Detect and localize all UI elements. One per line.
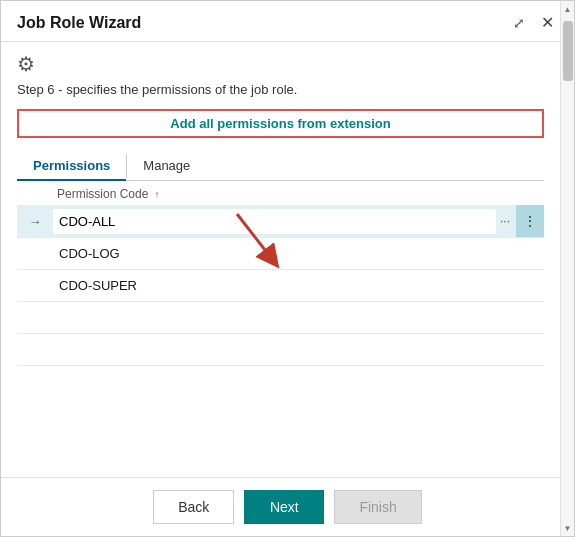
scroll-down-arrow[interactable]: ▼ xyxy=(561,520,574,536)
ellipsis-icon[interactable]: ··· xyxy=(496,212,514,230)
scrollbar-thumb[interactable] xyxy=(563,21,573,81)
table-header: Permission Code ↑ xyxy=(17,181,544,205)
add-permissions-button[interactable]: Add all permissions from extension xyxy=(17,109,544,138)
tab-permissions[interactable]: Permissions xyxy=(17,152,126,181)
dialog-body: ⚙ Step 6 - specifies the permissions of … xyxy=(1,42,574,477)
sort-asc-icon: ↑ xyxy=(154,189,159,200)
table-row[interactable]: CDO-LOG xyxy=(17,238,544,270)
permission-code-input[interactable] xyxy=(59,214,490,229)
next-button[interactable]: Next xyxy=(244,490,324,524)
expand-icon: ⤢ xyxy=(513,15,525,31)
step-description: Step 6 - specifies the permissions of th… xyxy=(17,82,544,97)
dialog-title: Job Role Wizard xyxy=(17,14,141,32)
job-role-wizard-dialog: ▲ ▼ Job Role Wizard ⤢ ✕ ⚙ Step 6 - speci… xyxy=(0,0,575,537)
permission-code-header: Permission Code xyxy=(57,187,148,201)
row-actions: ··· ⋮ xyxy=(496,205,544,237)
permission-code-cell[interactable] xyxy=(53,209,496,234)
table-row[interactable]: → ··· ⋮ xyxy=(17,205,544,238)
permissions-table: Permission Code ↑ → xyxy=(17,181,544,477)
row-arrow-icon: → xyxy=(17,214,53,229)
empty-table-row xyxy=(17,302,544,334)
vertical-dots-button[interactable]: ⋮ xyxy=(516,205,544,237)
dialog-header: Job Role Wizard ⤢ ✕ xyxy=(1,1,574,42)
back-button[interactable]: Back xyxy=(153,490,234,524)
tab-manage[interactable]: Manage xyxy=(127,152,206,181)
scrollbar-track[interactable]: ▲ ▼ xyxy=(560,1,574,536)
table-row[interactable]: CDO-SUPER xyxy=(17,270,544,302)
tabs-row: Permissions Manage xyxy=(17,152,544,181)
empty-table-row xyxy=(17,334,544,366)
dialog-footer: Back Next Finish xyxy=(1,477,574,536)
finish-button: Finish xyxy=(334,490,421,524)
permission-code-cell[interactable]: CDO-LOG xyxy=(53,241,516,266)
permission-code-cell[interactable]: CDO-SUPER xyxy=(53,273,516,298)
expand-button[interactable]: ⤢ xyxy=(509,13,529,33)
gear-icon: ⚙ xyxy=(17,53,35,75)
gear-row: ⚙ xyxy=(17,42,544,82)
scroll-up-arrow[interactable]: ▲ xyxy=(561,1,574,17)
close-button[interactable]: ✕ xyxy=(537,13,558,33)
header-icons: ⤢ ✕ xyxy=(509,13,558,33)
close-icon: ✕ xyxy=(541,14,554,31)
